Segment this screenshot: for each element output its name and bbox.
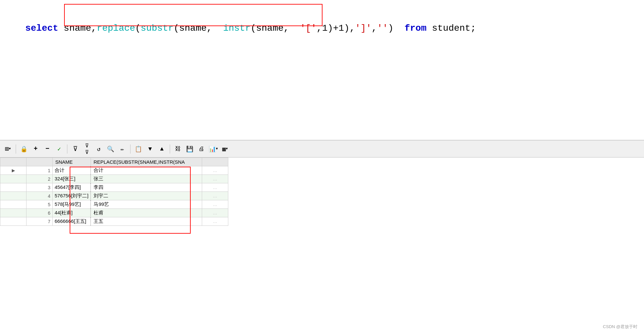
watermark: CSDN @君放于时 <box>603 324 637 330</box>
row-number-cell: 1 <box>26 166 53 175</box>
ellipsis-cell: … <box>202 175 228 183</box>
replace-result-cell: 合计 <box>91 166 202 175</box>
plus-icon: + <box>34 145 38 153</box>
move-down-button[interactable]: ▼ <box>145 144 155 154</box>
code-table: student; <box>426 23 476 33</box>
table-row[interactable]: 644[杜甫]杜甫… <box>0 209 228 217</box>
table-row[interactable]: 2324[张三]张三… <box>0 175 228 183</box>
table-row[interactable]: ▶1合计合计… <box>0 166 228 175</box>
table-row[interactable]: 345647[李四]李四… <box>0 183 228 192</box>
filter-all-icon: ⊽⊽ <box>85 142 89 156</box>
save-button[interactable]: 💾 <box>184 144 195 154</box>
toolbar: ⊞ ▼ 🔒 + − ✓ ⊽ ⊽⊽ ↺ 🔍 ✏ 📋 ▼ ▲ ⛓ <box>0 141 644 158</box>
minus-icon: − <box>45 145 49 153</box>
sname-cell: 44[杜甫] <box>53 209 91 217</box>
sname-cell: 合计 <box>53 166 91 175</box>
arrow-down-icon: ▼ <box>148 146 152 152</box>
separator-3 <box>130 144 131 154</box>
sname-column-header: SNAME <box>53 158 91 166</box>
keyword-from: from <box>405 23 426 33</box>
replace-result-cell: 刘宇二 <box>91 192 202 200</box>
delete-record-button[interactable]: − <box>42 144 53 154</box>
indicator-header <box>0 158 26 166</box>
column-header-row: SNAME REPLACE(SUBSTR(SNAME,INSTR(SNA <box>0 158 228 166</box>
code-bracket-string: '[' <box>300 23 316 33</box>
lock-button[interactable]: 🔒 <box>19 144 29 154</box>
chart-dropdown-arrow[interactable]: ▼ <box>216 147 218 151</box>
data-grid: SNAME REPLACE(SUBSTR(SNAME,INSTR(SNA ▶1合… <box>0 158 228 226</box>
replace-result-cell: 王五 <box>91 217 202 226</box>
filter-down-icon: ⊽ <box>73 145 78 153</box>
code-editor[interactable]: select sname,replace(substr(sname, instr… <box>0 0 644 141</box>
code-empty-string: '' <box>377 23 388 33</box>
row-indicator-cell: ▶ <box>0 166 26 175</box>
code-comma1: ,1)+1), <box>317 23 355 33</box>
add-record-button[interactable]: + <box>30 144 41 154</box>
row-indicator-cell <box>0 192 26 200</box>
table-dropdown-arrow[interactable]: ▼ <box>226 147 228 151</box>
replace-column-header: REPLACE(SUBSTR(SNAME,INSTR(SNA <box>91 158 202 166</box>
replace-result-cell: 李四 <box>91 183 202 192</box>
arrow-up-icon: ▲ <box>160 146 164 152</box>
keyword-select: select <box>25 23 58 33</box>
lock-icon: 🔒 <box>20 145 27 153</box>
code-instr-fn: instr <box>223 23 251 33</box>
rownum-header <box>26 158 53 166</box>
table-icon: ▦ <box>222 145 226 153</box>
table-row[interactable]: 4576756[刘宇二]刘宇二… <box>0 192 228 200</box>
copy-icon: 📋 <box>135 145 142 153</box>
refresh-button[interactable]: ↺ <box>94 144 104 154</box>
refresh-icon: ↺ <box>97 145 101 153</box>
code-close-paren: ) <box>388 23 404 33</box>
code-instr-args: (sname, <box>251 23 300 33</box>
code-paren2: (sname, <box>174 23 223 33</box>
sname-cell: 6666666[王五] <box>53 217 91 226</box>
sname-cell: 45647[李四] <box>53 183 91 192</box>
results-area[interactable]: SNAME REPLACE(SUBSTR(SNAME,INSTR(SNA ▶1合… <box>0 158 644 333</box>
eraser-icon: ✏ <box>121 145 124 153</box>
table-view-button[interactable]: ▦ ▼ <box>220 144 230 154</box>
grid-toggle-button[interactable]: ⊞ ▼ <box>3 144 13 154</box>
link-button[interactable]: ⛓ <box>173 144 183 154</box>
row-indicator-cell <box>0 200 26 209</box>
clear-filter-button[interactable]: ✏ <box>117 144 128 154</box>
replace-result-cell: 杜甫 <box>91 209 202 217</box>
print-button[interactable]: 🖨 <box>196 144 207 154</box>
replace-result-cell: 马99艺 <box>91 200 202 209</box>
watermark-text: CSDN @君放于时 <box>603 324 637 329</box>
sname-cell: 576756[刘宇二] <box>53 192 91 200</box>
grid-icon: ⊞ <box>5 145 9 153</box>
grid-dropdown-arrow[interactable]: ▼ <box>9 147 11 151</box>
table-row[interactable]: 5578[马99艺]马99艺… <box>0 200 228 209</box>
row-number-cell: 4 <box>26 192 53 200</box>
separator-2 <box>67 144 67 154</box>
row-indicator-cell <box>0 175 26 183</box>
ellipsis-cell: … <box>202 200 228 209</box>
sname-cell: 578[马99艺] <box>53 200 91 209</box>
grid-body: ▶1合计合计…2324[张三]张三…345647[李四]李四…4576756[刘… <box>0 166 228 226</box>
print-icon: 🖨 <box>199 145 204 152</box>
save-icon: 💾 <box>186 145 193 153</box>
ellipsis-cell: … <box>202 166 228 175</box>
row-number-cell: 3 <box>26 183 53 192</box>
replace-result-cell: 张三 <box>91 175 202 183</box>
chart-icon: 📊 <box>209 145 216 153</box>
row-number-cell: 7 <box>26 217 53 226</box>
code-paren1: ( <box>135 23 141 33</box>
table-row[interactable]: 76666666[王五]王五… <box>0 217 228 226</box>
chart-button[interactable]: 📊 ▼ <box>208 144 218 154</box>
ellipsis-cell: … <box>202 192 228 200</box>
move-up-button[interactable]: ▲ <box>157 144 167 154</box>
filter-down-button[interactable]: ⊽ <box>70 144 80 154</box>
row-indicator-cell <box>0 217 26 226</box>
ellipsis-cell: … <box>202 217 228 226</box>
row-indicator-cell <box>0 209 26 217</box>
code-comma2: , <box>372 23 377 33</box>
ellipsis-cell: … <box>202 209 228 217</box>
code-replace-fn: replace <box>97 23 135 33</box>
find-button[interactable]: 🔍 <box>105 144 116 154</box>
code-line-1: select sname,replace(substr(sname, instr… <box>3 7 641 50</box>
confirm-button[interactable]: ✓ <box>54 144 64 154</box>
copy-records-button[interactable]: 📋 <box>133 144 144 154</box>
filter-all-button[interactable]: ⊽⊽ <box>82 144 92 154</box>
